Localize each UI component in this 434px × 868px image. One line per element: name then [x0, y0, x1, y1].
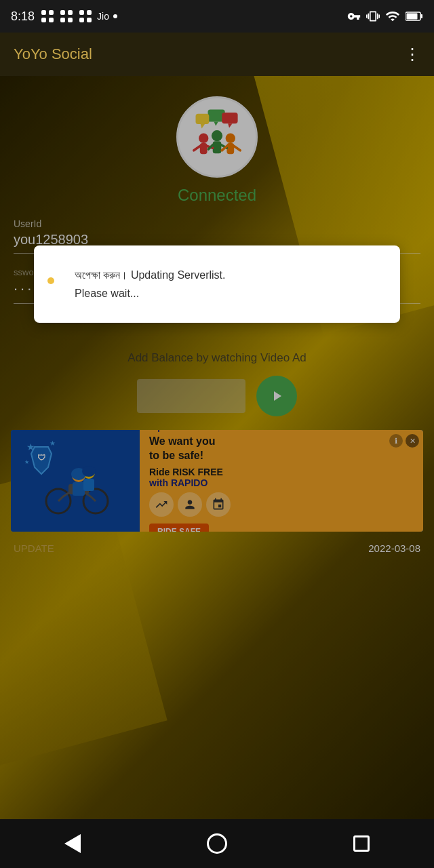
carrier-name: Jio: [97, 11, 109, 22]
svg-rect-9: [87, 10, 92, 15]
status-bar-left: 8:18 Jio: [11, 9, 117, 24]
svg-rect-4: [60, 10, 65, 15]
svg-rect-1: [49, 10, 54, 15]
home-button[interactable]: [197, 823, 237, 864]
status-bar: 8:18 Jio: [0, 0, 434, 33]
svg-rect-13: [421, 14, 423, 18]
svg-rect-14: [407, 14, 418, 20]
svg-rect-8: [79, 10, 84, 15]
svg-rect-11: [87, 18, 92, 22]
status-icons-left: Jio: [40, 9, 117, 24]
app-title: YoYo Social: [14, 45, 92, 63]
status-time: 8:18: [11, 9, 35, 24]
svg-rect-3: [49, 18, 54, 22]
loading-modal: অপেক্ষা করুন। Updating Serverlist. Pleas…: [34, 245, 400, 323]
svg-rect-10: [79, 18, 84, 22]
modal-overlay: অপেক্ষা করুন। Updating Serverlist. Pleas…: [0, 76, 434, 819]
apps-icon-2: [59, 9, 74, 24]
key-icon: [347, 9, 361, 23]
notification-dot: [113, 14, 117, 18]
vibrate-icon: [366, 9, 380, 23]
back-button[interactable]: [52, 823, 93, 864]
more-options-icon[interactable]: ⋮: [404, 45, 420, 64]
modal-text: অপেক্ষা করুন। Updating Serverlist. Pleas…: [75, 266, 387, 302]
back-icon: [64, 834, 81, 853]
apps-icon-1: [40, 9, 55, 24]
modal-text-line1: অপেক্ষা করুন। Updating Serverlist.: [75, 269, 226, 281]
battery-icon: [406, 9, 423, 23]
svg-rect-7: [68, 18, 73, 22]
apps-icon-3: [78, 9, 93, 24]
status-bar-right: [347, 9, 423, 24]
svg-rect-0: [41, 10, 46, 15]
svg-rect-6: [60, 18, 65, 22]
recents-icon: [353, 835, 370, 852]
navigation-bar: [0, 819, 434, 868]
svg-rect-5: [68, 10, 73, 15]
main-content: Connected UserId you1258903 ssword ··· A…: [0, 76, 434, 819]
recents-button[interactable]: [341, 823, 382, 864]
wifi-icon: [385, 9, 400, 24]
svg-rect-2: [41, 18, 46, 22]
spinner-dot: [47, 277, 54, 284]
app-bar: YoYo Social ⋮: [0, 33, 434, 76]
modal-text-line2: Please wait...: [75, 288, 139, 299]
home-icon: [207, 833, 227, 854]
loading-spinner: [47, 277, 61, 291]
